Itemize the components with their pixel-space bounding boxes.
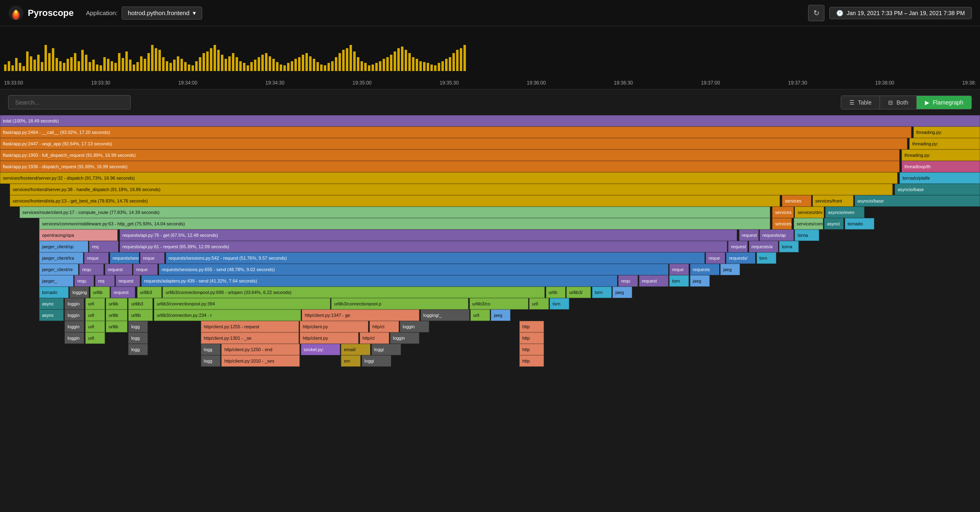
- timeline[interactable]: 19:33:0019:33:3019:34:0019:34:3019:35:00…: [0, 26, 980, 89]
- refresh-button[interactable]: ↻: [808, 5, 824, 21]
- flame-block[interactable]: torna: [795, 229, 819, 241]
- flame-block[interactable]: urllib3/: [566, 287, 591, 298]
- flame-block[interactable]: torn: [550, 298, 569, 309]
- flame-block[interactable]: http/cl: [370, 321, 399, 332]
- flame-block[interactable]: loggin: [65, 309, 84, 321]
- flame-block[interactable]: http: [519, 355, 544, 367]
- flame-block[interactable]: torn: [757, 252, 776, 264]
- flame-block[interactable]: flask/app.py:2464 - __call__ (93.02%, 17…: [0, 127, 911, 138]
- flame-block[interactable]: http/client.py: [300, 321, 368, 332]
- flame-block[interactable]: requ: [618, 275, 638, 287]
- flame-block[interactable]: torn: [592, 287, 612, 298]
- search-input[interactable]: [8, 95, 131, 109]
- flame-block[interactable]: requests: [690, 264, 719, 275]
- flame-block[interactable]: reque: [140, 252, 165, 264]
- flame-block[interactable]: opentracing/spa: [39, 229, 118, 241]
- flame-block[interactable]: loggin: [65, 332, 84, 344]
- flame-block[interactable]: jaeger_client/sp: [39, 241, 88, 252]
- flame-block[interactable]: requests/ap: [760, 229, 794, 241]
- flame-block[interactable]: services: [772, 218, 792, 229]
- flame-block[interactable]: jaeg: [491, 309, 510, 321]
- flame-block[interactable]: reque: [669, 264, 689, 275]
- flame-block[interactable]: urllib: [106, 321, 127, 332]
- flame-block[interactable]: requests/sessions.py:542 - request (51.7…: [166, 252, 705, 264]
- flame-block[interactable]: services: [772, 207, 794, 218]
- flame-block[interactable]: threading.py:: [913, 127, 980, 138]
- flame-block[interactable]: urll: [85, 332, 105, 344]
- flame-block[interactable]: urllib: [106, 309, 127, 321]
- flame-block[interactable]: req: [95, 275, 115, 287]
- flame-block[interactable]: requests/api.py:61 - request (65.39%, 12…: [120, 241, 727, 252]
- flame-block[interactable]: logging: [69, 287, 89, 298]
- flame-block[interactable]: urllib3: [128, 298, 153, 309]
- flame-block[interactable]: requests/sessions.py:655 - send (48.78%,…: [159, 264, 668, 275]
- flame-block[interactable]: loggin: [65, 321, 84, 332]
- flame-block[interactable]: services/frontend/server.py:38 - handle_…: [10, 184, 893, 195]
- flame-block[interactable]: requests/a: [749, 241, 778, 252]
- flame-block[interactable]: urllib3/connectionpool.py:394: [154, 298, 330, 309]
- flame-block[interactable]: jaeg: [720, 264, 740, 275]
- flame-block[interactable]: loggi: [362, 355, 391, 367]
- flame-block[interactable]: requests/: [726, 252, 755, 264]
- flame-block[interactable]: requests/sess: [110, 252, 139, 264]
- flame-block[interactable]: async: [39, 298, 64, 309]
- flame-block[interactable]: http/client.py:1010 - _ses: [221, 355, 300, 367]
- flame-block[interactable]: jaeg: [612, 287, 632, 298]
- flame-block[interactable]: jaeger_: [39, 275, 74, 287]
- flame-block[interactable]: requests/api.py:76 - get (67.5%, 12.48 s…: [120, 229, 737, 241]
- flame-block[interactable]: http/client.py:1301 - _se: [201, 332, 299, 344]
- flame-block[interactable]: torn: [669, 275, 689, 287]
- flame-block[interactable]: logg: [201, 344, 220, 355]
- app-dropdown[interactable]: hotrod.python.frontend ▾: [122, 7, 202, 20]
- flame-block[interactable]: urll: [85, 298, 105, 309]
- flame-block[interactable]: urllib: [90, 287, 110, 298]
- flamegraph-view-button[interactable]: ▶ Flamegraph: [917, 96, 971, 109]
- flame-block[interactable]: socket.py:: [301, 344, 340, 355]
- flame-block[interactable]: em: [341, 355, 361, 367]
- flame-block[interactable]: urll: [85, 309, 105, 321]
- flame-block[interactable]: logging/_: [421, 309, 470, 321]
- flame-block[interactable]: threading.py:: [909, 138, 980, 149]
- flame-block[interactable]: urll: [85, 321, 105, 332]
- flame-block[interactable]: http/client.py:1255 - request: [201, 321, 299, 332]
- flame-block[interactable]: jaeg: [690, 275, 710, 287]
- flame-block[interactable]: urllib3/connectionpool.py:699 - urlopen …: [163, 287, 545, 298]
- flame-block[interactable]: jaeger_client/tra: [39, 252, 83, 264]
- flame-block[interactable]: reque: [133, 264, 158, 275]
- flame-block[interactable]: asyncio/base: [895, 184, 980, 195]
- flame-block[interactable]: torna: [779, 241, 799, 252]
- flame-block[interactable]: flask/app.py:1936 - dispatch_request (91…: [0, 161, 900, 172]
- flame-block[interactable]: urllib: [106, 298, 127, 309]
- flame-block[interactable]: http: [519, 332, 544, 344]
- flame-block[interactable]: flask/app.py:1950 - full_dispatch_reques…: [0, 149, 900, 161]
- flame-block[interactable]: asyncio/base: [855, 195, 980, 207]
- flame-block[interactable]: http/client.py:1347 - ge: [302, 309, 419, 321]
- flame-block[interactable]: services/common/middleware.py:63 - http_…: [39, 218, 770, 229]
- flame-block[interactable]: asynci: [824, 218, 844, 229]
- flame-block[interactable]: tornado/platfe: [900, 172, 980, 184]
- flame-block[interactable]: reque: [706, 252, 725, 264]
- flame-block[interactable]: urll: [529, 298, 549, 309]
- flame-block[interactable]: request: [728, 241, 748, 252]
- flame-block[interactable]: logg: [201, 355, 220, 367]
- flame-block[interactable]: loggin: [65, 298, 84, 309]
- flame-block[interactable]: services/front: [813, 195, 854, 207]
- flame-block[interactable]: requ: [74, 275, 94, 287]
- flame-block[interactable]: requ: [79, 264, 104, 275]
- flame-block[interactable]: asyncio/even: [825, 207, 864, 218]
- flame-block[interactable]: request: [639, 275, 668, 287]
- flame-block[interactable]: urll: [470, 309, 490, 321]
- flame-block[interactable]: logg: [128, 344, 148, 355]
- flame-block[interactable]: http/cl: [360, 332, 389, 344]
- flame-block[interactable]: http: [519, 321, 544, 332]
- flame-block[interactable]: loggin: [400, 321, 429, 332]
- table-view-button[interactable]: ☰ Table: [841, 96, 880, 109]
- flame-block[interactable]: loggin: [390, 332, 419, 344]
- flame-block[interactable]: http/client.py: [300, 332, 359, 344]
- flame-block[interactable]: logg: [128, 332, 148, 344]
- flame-block[interactable]: urllib: [128, 309, 153, 321]
- flame-block[interactable]: threadloop/th: [902, 161, 980, 172]
- flame-block[interactable]: tornado: [845, 218, 874, 229]
- flame-block[interactable]: services/route/client.py:17 - compute_ro…: [20, 207, 770, 218]
- flame-block[interactable]: tornado: [39, 287, 69, 298]
